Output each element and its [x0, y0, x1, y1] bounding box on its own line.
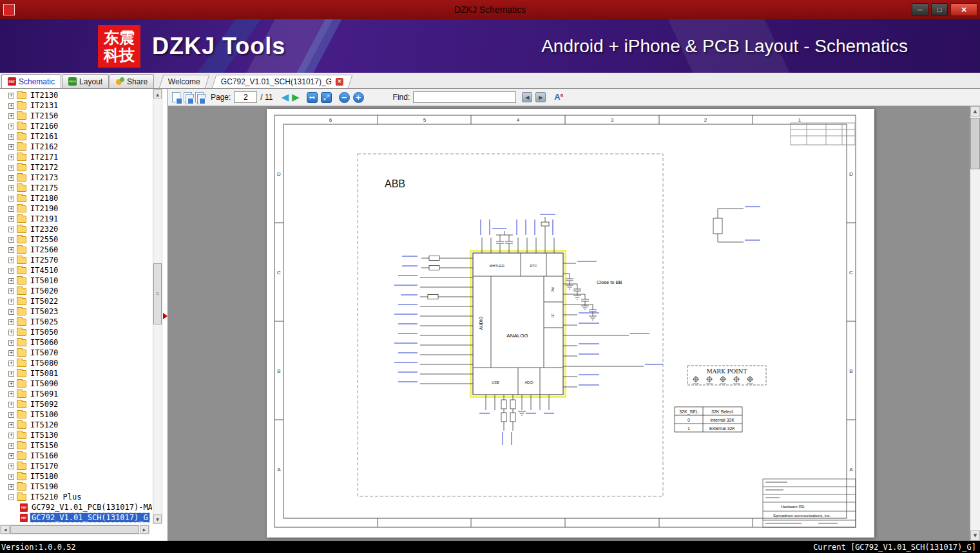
expand-plus-icon[interactable]: +	[8, 412, 14, 418]
expand-plus-icon[interactable]: +	[8, 165, 14, 171]
copy-page-icon[interactable]	[184, 92, 192, 102]
expand-plus-icon[interactable]: +	[8, 206, 14, 212]
tree-item[interactable]: +IT5050	[0, 327, 152, 337]
expand-plus-icon[interactable]: +	[8, 381, 14, 387]
expand-plus-icon[interactable]: +	[8, 402, 14, 408]
tree-item[interactable]: +IT2320	[0, 224, 152, 234]
expand-plus-icon[interactable]: +	[8, 124, 14, 129]
expand-plus-icon[interactable]: +	[8, 93, 14, 98]
expand-plus-icon[interactable]: +	[8, 422, 14, 428]
expand-plus-icon[interactable]: +	[8, 309, 14, 315]
tree-item[interactable]: +IT4510	[0, 265, 152, 276]
expand-plus-icon[interactable]: +	[8, 474, 14, 480]
tree-item[interactable]: +IT2171	[0, 152, 152, 162]
tree-item[interactable]: +IT5090	[0, 379, 152, 389]
tree-item[interactable]: +IT2160	[0, 121, 152, 131]
expand-plus-icon[interactable]: +	[8, 216, 14, 222]
scrollbar-thumb[interactable]	[10, 525, 139, 534]
tree-item[interactable]: +IT2172	[0, 162, 152, 173]
expand-plus-icon[interactable]: +	[8, 227, 14, 232]
tab-welcome[interactable]: Welcome	[159, 75, 210, 88]
page-vertical-scrollbar[interactable]: ▲ ▼	[970, 106, 980, 541]
tree-item[interactable]: +IT5020	[0, 286, 152, 296]
expand-plus-icon[interactable]: +	[8, 155, 14, 160]
close-button[interactable]: ✕	[950, 3, 977, 16]
scrollbar-thumb[interactable]: ≡	[153, 263, 162, 324]
scroll-right-icon[interactable]: ▶	[140, 525, 149, 534]
expand-plus-icon[interactable]: +	[8, 361, 14, 366]
find-previous-icon[interactable]: ◀	[522, 92, 532, 102]
tree-item[interactable]: +IT5023	[0, 306, 152, 317]
expand-plus-icon[interactable]: +	[8, 453, 14, 459]
expand-plus-icon[interactable]: +	[8, 330, 14, 335]
expand-plus-icon[interactable]: +	[8, 196, 14, 202]
tree-item[interactable]: +IT5190	[0, 482, 152, 492]
expand-plus-icon[interactable]: +	[8, 340, 14, 346]
tree-item[interactable]: +IT5180	[0, 471, 152, 482]
tree-item[interactable]: +IT5010	[0, 276, 152, 286]
expand-plus-icon[interactable]: +	[8, 185, 14, 191]
expand-plus-icon[interactable]: +	[8, 113, 14, 119]
expand-plus-icon[interactable]: +	[8, 484, 14, 490]
close-tab-icon[interactable]: ✕	[336, 78, 343, 86]
tree-item[interactable]: +IT5081	[0, 368, 152, 379]
tree-item-document[interactable]: PDFGC792_V1.01_SCH(131017)_G	[0, 512, 152, 523]
tree-item[interactable]: +IT5070	[0, 348, 152, 358]
tree-item[interactable]: +IT2173	[0, 173, 152, 183]
tree-item[interactable]: +IT2130	[0, 90, 152, 100]
tree-item[interactable]: +IT2190	[0, 203, 152, 214]
tree-item[interactable]: +IT5160	[0, 451, 152, 461]
font-size-icon[interactable]: Aa	[554, 92, 563, 102]
expand-plus-icon[interactable]: +	[8, 134, 14, 140]
tree-item[interactable]: +IT2550	[0, 234, 152, 245]
tree-item[interactable]: +IT2570	[0, 255, 152, 265]
tree-item[interactable]: +IT5025	[0, 317, 152, 327]
tab-layout[interactable]: PADS Layout	[62, 74, 109, 88]
tab-share[interactable]: Share	[110, 74, 154, 88]
tree-item[interactable]: +IT5170	[0, 461, 152, 471]
tree-item[interactable]: +IT2191	[0, 214, 152, 224]
expand-plus-icon[interactable]: +	[8, 464, 14, 469]
pdf-viewport[interactable]: 6 5 4 3 2 1 D C B A D C B	[168, 106, 980, 541]
tree-item[interactable]: +IT5120	[0, 420, 152, 430]
expand-plus-icon[interactable]: +	[8, 144, 14, 150]
collapse-minus-icon[interactable]: -	[8, 494, 14, 500]
zoom-out-icon[interactable]: −	[339, 92, 350, 103]
next-page-icon[interactable]: ▶	[292, 93, 300, 102]
tree-item[interactable]: +IT2150	[0, 111, 152, 121]
expand-plus-icon[interactable]: +	[8, 433, 14, 438]
expand-plus-icon[interactable]: +	[8, 268, 14, 274]
maximize-button[interactable]: □	[931, 3, 948, 16]
page-input[interactable]	[234, 91, 257, 103]
expand-plus-icon[interactable]: +	[8, 237, 14, 243]
find-next-icon[interactable]: ▶	[535, 92, 546, 102]
expand-plus-icon[interactable]: +	[8, 247, 14, 253]
tree-item-document[interactable]: PDFGC792_V1.01_PCB(131017)-MARK	[0, 502, 152, 512]
expand-plus-icon[interactable]: +	[8, 299, 14, 305]
fit-width-icon[interactable]: ↔	[307, 92, 318, 103]
tab-schematic[interactable]: PDF Schematic	[1, 74, 61, 88]
fit-page-icon[interactable]: ⤢	[321, 92, 332, 103]
tree-item[interactable]: +IT5150	[0, 440, 152, 451]
expand-plus-icon[interactable]: +	[8, 350, 14, 356]
expand-plus-icon[interactable]: +	[8, 443, 14, 449]
scroll-left-icon[interactable]: ◀	[1, 525, 10, 534]
scroll-up-icon[interactable]: ▲	[970, 106, 980, 117]
scroll-down-icon[interactable]: ▼	[970, 530, 980, 541]
tree-horizontal-scrollbar[interactable]: ◀ ▶	[0, 525, 149, 534]
tree-item-expanded[interactable]: -IT5210 Plus	[0, 492, 152, 502]
previous-page-icon[interactable]: ◀	[281, 93, 289, 102]
tree-item[interactable]: +IT5022	[0, 296, 152, 306]
tab-document[interactable]: GC792_V1.01_SCH(131017)_G ✕	[211, 75, 352, 88]
single-page-icon[interactable]	[172, 92, 180, 102]
tree-item[interactable]: +IT5080	[0, 358, 152, 368]
tree-item[interactable]: +IT5100	[0, 409, 152, 420]
tree-item[interactable]: +IT2162	[0, 142, 152, 152]
expand-plus-icon[interactable]: +	[8, 175, 14, 181]
tree-item[interactable]: +IT5091	[0, 389, 152, 399]
scroll-down-icon[interactable]: ▼	[153, 514, 162, 523]
scroll-up-icon[interactable]: ▲	[153, 89, 162, 98]
expand-plus-icon[interactable]: +	[8, 278, 14, 284]
expand-plus-icon[interactable]: +	[8, 371, 14, 377]
expand-plus-icon[interactable]: +	[8, 103, 14, 109]
